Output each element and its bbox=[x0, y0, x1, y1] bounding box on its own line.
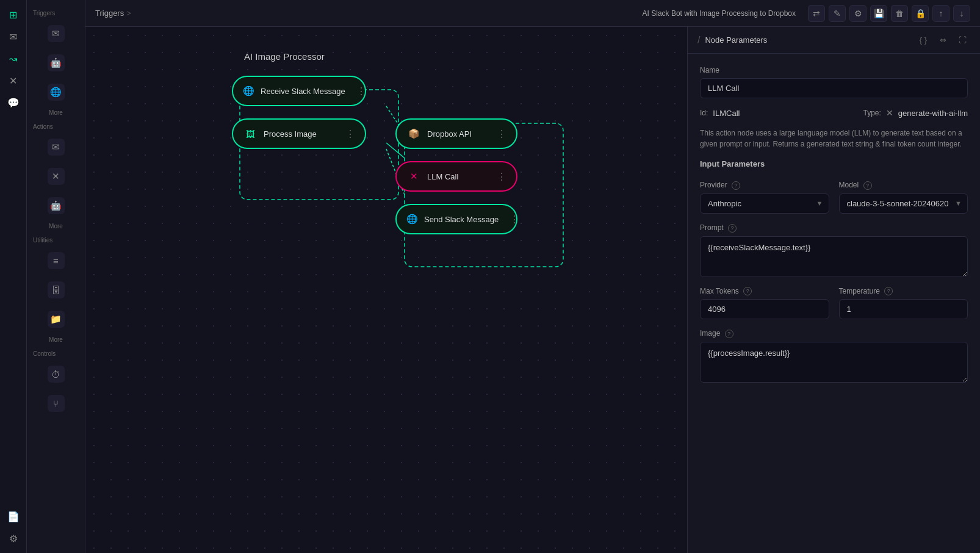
provider-model-row: Provider ? Anthropic OpenAI Google ▼ bbox=[700, 181, 968, 214]
max-tokens-input[interactable] bbox=[700, 299, 829, 319]
prompt-textarea[interactable]: {{receiveSlackMessage.text}} bbox=[700, 236, 968, 277]
sidebar-item-trigger-mail[interactable]: ✉ bbox=[31, 20, 81, 47]
sidebar-item-util-list[interactable]: ≡ bbox=[31, 247, 81, 274]
type-label: Type: bbox=[863, 109, 881, 117]
node-llm-call[interactable]: ✕ LLM Call ⋮ bbox=[395, 161, 517, 192]
sidebar-item-trigger-globe[interactable]: 🌐 bbox=[31, 79, 81, 106]
node-receive-slack[interactable]: 🌐 Receive Slack Message ⋮ bbox=[232, 76, 366, 106]
trigger-mail-icon: ✉ bbox=[48, 25, 65, 42]
save-btn[interactable]: 💾 bbox=[870, 5, 887, 22]
sidebar-item-action-bot[interactable]: 🤖 bbox=[31, 192, 81, 219]
ph-expand-v-btn[interactable]: ⛶ bbox=[954, 32, 970, 48]
provider-select[interactable]: Anthropic OpenAI Google bbox=[700, 193, 829, 214]
send-slack-label: Send Slack Message bbox=[424, 215, 499, 224]
sidebar-item-util-db[interactable]: 🗄 bbox=[31, 276, 81, 303]
send-slack-icon: 🌐 bbox=[406, 212, 418, 226]
ib-chat-icon[interactable]: 💬 bbox=[4, 93, 23, 112]
ib-settings-icon[interactable]: ⚙ bbox=[4, 529, 23, 548]
prompt-field-group: Prompt ? {{receiveSlackMessage.text}} bbox=[700, 223, 968, 277]
sidebar-item-ctrl-branch[interactable]: ⑂ bbox=[31, 390, 81, 417]
receive-slack-label: Receive Slack Message bbox=[261, 87, 345, 96]
panel-header-actions: { } ⇔ ⛶ bbox=[915, 32, 970, 48]
sidebar-item-util-folder[interactable]: 📁 bbox=[31, 306, 81, 333]
sidebar-item-action-cross[interactable]: ✕ bbox=[31, 163, 81, 190]
image-field-group: Image ? {{processImage.result}} bbox=[700, 329, 968, 383]
model-help-icon[interactable]: ? bbox=[863, 181, 872, 190]
top-bar: Triggers > AI Slack Bot with Image Proce… bbox=[85, 0, 980, 27]
ph-code-btn[interactable]: { } bbox=[915, 32, 931, 48]
temperature-help-icon[interactable]: ? bbox=[884, 287, 893, 295]
controls-section-label: Controls bbox=[27, 345, 85, 360]
util-db-icon: 🗄 bbox=[48, 281, 65, 298]
ph-expand-h-btn[interactable]: ⇔ bbox=[935, 32, 951, 48]
node-description: This action node uses a large language m… bbox=[700, 128, 968, 150]
panel-title: Node Parameters bbox=[705, 35, 767, 45]
action-bot-icon: 🤖 bbox=[48, 197, 65, 214]
action-mail-icon: ✉ bbox=[48, 139, 65, 156]
prompt-label: Prompt ? bbox=[700, 223, 968, 233]
max-tokens-help-icon[interactable]: ? bbox=[743, 287, 752, 295]
provider-label: Provider ? bbox=[700, 181, 829, 190]
node-process-image[interactable]: 🖼 Process Image ⋮ bbox=[232, 118, 366, 149]
right-panel: / Node Parameters { } ⇔ ⛶ Name Id: bbox=[687, 27, 980, 553]
util-folder-icon: 📁 bbox=[48, 311, 65, 328]
utilities-more[interactable]: More bbox=[27, 334, 85, 345]
breadcrumb-separator: > bbox=[126, 9, 131, 18]
ib-mail-icon[interactable]: ✉ bbox=[4, 27, 23, 46]
image-textarea[interactable]: {{processImage.result}} bbox=[700, 342, 968, 383]
name-field-group: Name bbox=[700, 66, 968, 98]
receive-slack-dots[interactable]: ⋮ bbox=[351, 85, 366, 97]
type-icon: ✕ bbox=[886, 108, 893, 118]
util-list-icon: ≡ bbox=[48, 252, 65, 269]
max-tokens-label: Max Tokens ? bbox=[700, 287, 829, 296]
dropbox-dots[interactable]: ⋮ bbox=[492, 128, 506, 140]
connect-btn[interactable]: ⇄ bbox=[808, 5, 825, 22]
left-sidebar: Triggers ✉ 🤖 🌐 More Actions ✉ ✕ 🤖 More U… bbox=[27, 0, 85, 553]
triggers-more[interactable]: More bbox=[27, 107, 85, 118]
download-btn[interactable]: ↓ bbox=[953, 5, 970, 22]
process-image-icon: 🖼 bbox=[243, 126, 258, 141]
image-label: Image ? bbox=[700, 329, 968, 338]
type-group: Type: ✕ generate-with-ai-llm bbox=[863, 108, 968, 118]
top-bar-actions: ⇄ ✎ ⚙ 💾 🗑 🔒 ↑ ↓ bbox=[808, 5, 970, 22]
panel-header: / Node Parameters { } ⇔ ⛶ bbox=[688, 27, 980, 54]
prompt-help-icon[interactable]: ? bbox=[728, 224, 737, 233]
actions-more[interactable]: More bbox=[27, 220, 85, 232]
settings-btn[interactable]: ⚙ bbox=[849, 5, 867, 22]
ib-flow-icon[interactable]: ↝ bbox=[4, 49, 23, 68]
delete-btn[interactable]: 🗑 bbox=[891, 5, 908, 22]
sidebar-item-ctrl-timer[interactable]: ⏱ bbox=[31, 361, 81, 388]
temperature-input[interactable] bbox=[839, 299, 968, 319]
tokens-temp-row: Max Tokens ? Temperature ? bbox=[700, 287, 968, 320]
provider-help-icon[interactable]: ? bbox=[732, 181, 740, 190]
trigger-globe-icon: 🌐 bbox=[48, 84, 65, 101]
model-select-wrapper: claude-3-5-sonnet-20240620 claude-3-opus… bbox=[839, 193, 968, 214]
image-help-icon[interactable]: ? bbox=[725, 330, 733, 338]
send-slack-dots[interactable]: ⋮ bbox=[505, 214, 519, 225]
main-area: Triggers > AI Slack Bot with Image Proce… bbox=[85, 0, 980, 553]
actions-section-label: Actions bbox=[27, 118, 85, 132]
workflow-title: AI Slack Bot with Image Processing to Dr… bbox=[643, 9, 796, 18]
ib-grid-icon[interactable]: ⊞ bbox=[4, 5, 23, 24]
lock-btn[interactable]: 🔒 bbox=[912, 5, 929, 22]
ib-docs-icon[interactable]: 📄 bbox=[4, 507, 23, 526]
action-cross-icon: ✕ bbox=[48, 168, 65, 185]
sidebar-item-action-mail[interactable]: ✉ bbox=[31, 134, 81, 161]
id-value: ILMCall bbox=[713, 109, 740, 118]
sidebar-item-trigger-bot[interactable]: 🤖 bbox=[31, 49, 81, 76]
ib-tools-icon[interactable]: ✕ bbox=[4, 71, 23, 90]
model-select[interactable]: claude-3-5-sonnet-20240620 claude-3-opus… bbox=[839, 193, 968, 214]
name-input[interactable] bbox=[700, 78, 968, 98]
dropbox-icon: 📦 bbox=[406, 126, 421, 141]
breadcrumb-parent[interactable]: Triggers bbox=[95, 9, 124, 18]
panel-body: Name Id: ILMCall Type: ✕ generate-with-a… bbox=[688, 54, 980, 395]
edit-btn[interactable]: ✎ bbox=[829, 5, 846, 22]
breadcrumb: Triggers > bbox=[95, 9, 131, 18]
share-btn[interactable]: ↑ bbox=[932, 5, 949, 22]
llm-dots[interactable]: ⋮ bbox=[492, 171, 506, 183]
node-send-slack[interactable]: 🌐 Send Slack Message ⋮ bbox=[395, 204, 517, 234]
process-image-dots[interactable]: ⋮ bbox=[340, 128, 355, 140]
canvas[interactable]: AI Image Processor 🌐 Receive Sla bbox=[85, 27, 687, 553]
node-dropbox-api[interactable]: 📦 Dropbox API ⋮ bbox=[395, 118, 517, 149]
dropbox-label: Dropbox API bbox=[427, 129, 472, 139]
